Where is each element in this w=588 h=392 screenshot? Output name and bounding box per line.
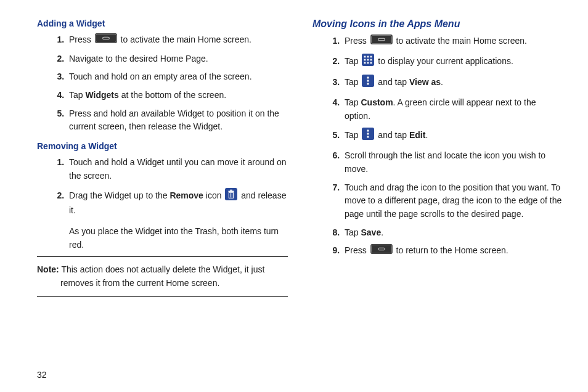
trash-icon — [225, 188, 237, 205]
step: Press and hold an available Widget to po… — [67, 107, 288, 134]
text: Press — [345, 245, 369, 255]
text: and tap — [375, 130, 409, 140]
text: Tap — [345, 56, 361, 66]
text: . — [381, 227, 383, 237]
text: Tap — [69, 90, 85, 100]
moving-icons-steps: Press to activate the main Home screen. … — [312, 35, 563, 258]
apps-grid-icon — [362, 54, 374, 70]
text: at the bottom of the screen. — [119, 90, 226, 100]
step: Tap and tap Edit. — [342, 128, 563, 144]
page-columns: Adding a Widget Press to activate the ma… — [37, 18, 563, 297]
step: Touch and hold a Widget until you can mo… — [67, 156, 288, 182]
text: . — [425, 130, 428, 140]
text: to display your current applications. — [375, 56, 513, 66]
text: Tap — [345, 77, 361, 87]
home-key-icon — [370, 35, 393, 49]
text: Press — [69, 35, 94, 44]
text: . — [441, 77, 443, 87]
step: Press to return to the Home screen. — [342, 244, 563, 258]
step: Navigate to the desired Home Page. — [67, 52, 288, 66]
bold: Widgets — [85, 90, 118, 100]
adding-widget-steps: Press to activate the main Home screen. … — [37, 33, 288, 134]
page-number: 32 — [37, 370, 47, 380]
heading-adding-widget: Adding a Widget — [37, 18, 288, 28]
bold: Save — [361, 227, 381, 237]
text: Tap — [345, 97, 361, 107]
text: Press — [345, 36, 369, 46]
heading-moving-icons: Moving Icons in the Apps Menu — [312, 18, 563, 30]
bold: Edit — [409, 130, 425, 140]
text: to return to the Home screen. — [394, 245, 508, 255]
step: Tap and tap View as. — [342, 75, 563, 91]
step-trail: As you place the Widget into the Trash, … — [67, 225, 288, 251]
bold: Remove — [169, 190, 203, 200]
bold: View as — [409, 77, 441, 87]
step: Scroll through the list and locate the i… — [342, 149, 563, 176]
menu-dots-icon — [362, 75, 374, 91]
right-column: Moving Icons in the Apps Menu Press to a… — [312, 18, 563, 297]
text: and tap — [375, 77, 409, 87]
step: Tap Save. — [342, 226, 563, 240]
home-key-icon — [370, 244, 393, 258]
step: Tap to display your current applications… — [342, 54, 563, 70]
step: Tap Custom. A green circle will appear n… — [342, 96, 563, 123]
step: Drag the Widget up to the Remove icon an… — [67, 188, 288, 218]
note-box: Note: This action does not actually dele… — [37, 256, 288, 296]
home-key-icon — [95, 33, 117, 47]
text: icon — [203, 190, 224, 200]
heading-removing-widget: Removing a Widget — [37, 141, 288, 151]
bold: Custom — [361, 97, 393, 107]
text: Drag the Widget up to the — [69, 190, 169, 200]
step: Press to activate the main Home screen. — [67, 33, 288, 47]
text: to activate the main Home screen. — [118, 35, 251, 44]
note-label: Note: — [37, 264, 59, 274]
step: Tap Widgets at the bottom of the screen. — [67, 89, 288, 102]
step: Press to activate the main Home screen. — [342, 35, 563, 49]
text: to activate the main Home screen. — [394, 36, 527, 46]
removing-widget-steps: Touch and hold a Widget until you can mo… — [37, 156, 288, 218]
menu-dots-icon — [362, 128, 374, 144]
text: Tap — [345, 227, 361, 237]
step: Touch and drag the icon to the position … — [342, 181, 563, 221]
note-text: This action does not actually delete the… — [59, 264, 265, 288]
text: Tap — [345, 130, 361, 140]
step: Touch and hold on an empty area of the s… — [67, 70, 288, 84]
left-column: Adding a Widget Press to activate the ma… — [37, 18, 288, 297]
